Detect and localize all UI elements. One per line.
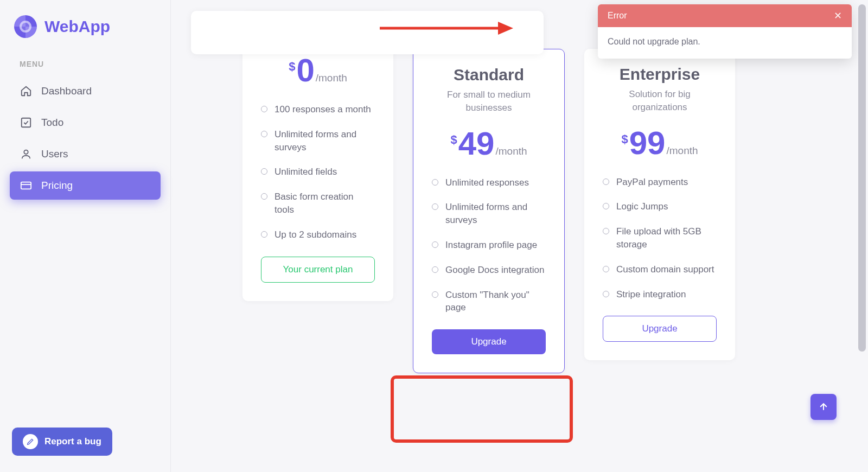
sidebar-item-dashboard[interactable]: Dashboard [10,77,161,105]
price-period: /month [495,145,527,157]
sidebar-item-todo[interactable]: Todo [10,109,161,137]
svg-rect-0 [22,118,31,127]
check-square-icon [20,116,33,129]
plan-price: $49/month [432,127,546,160]
feature-item: Stripe integration [603,288,717,301]
bullet-icon [432,291,438,298]
sidebar-item-users[interactable]: Users [10,140,161,168]
bullet-icon [603,291,609,297]
report-bug-button[interactable]: Report a bug [12,428,112,456]
plan-price: $0/month [261,54,375,87]
app-name: WebApp [44,17,110,36]
plan-price: $99/month [603,127,717,160]
feature-item: Up to 2 subdomains [261,228,375,241]
price-period: /month [666,145,698,156]
plan-card-enterprise: Enterprise Solution for big organization… [584,49,735,360]
home-icon [20,85,33,98]
bullet-icon [261,106,267,112]
feature-item: Custom domain support [603,263,717,276]
current-plan-button[interactable]: Your current plan [261,257,375,283]
sidebar: WebApp MENU Dashboard Todo Users Pricing [0,0,171,472]
feature-item: PayPal payments [603,176,717,189]
sidebar-item-pricing[interactable]: Pricing [10,171,161,200]
sidebar-item-label: Pricing [41,180,73,192]
upgrade-button[interactable]: Upgrade [603,316,717,342]
pricing-plans: A simple start for everyone $0/month 100… [171,0,868,395]
currency-symbol: $ [450,133,457,146]
sidebar-item-label: Users [41,148,68,160]
feature-item: File upload with 5GB storage [603,225,717,251]
bullet-icon [261,231,267,238]
bullet-icon [603,178,609,185]
svg-rect-2 [21,182,31,189]
plan-card-standard: Standard For small to medium businesses … [413,49,565,373]
toast-title: Error [608,11,627,21]
bullet-icon [603,203,609,209]
bullet-icon [432,179,438,186]
toast-message: Could not upgrade plan. [598,27,852,59]
sidebar-item-label: Todo [41,117,63,129]
plan-features: 100 responses a month Unlimited forms an… [261,103,375,241]
feature-item: Unlimited forms and surveys [261,128,375,154]
feature-item: Unlimited responses [432,176,546,189]
plan-title: Standard [432,66,546,84]
logo-icon [14,15,37,38]
pencil-icon [23,434,38,449]
feature-item: Google Docs integration [432,264,546,277]
toast-header: Error ✕ [598,4,852,27]
plan-tagline: Solution for big organizations [603,88,717,114]
error-toast: Error ✕ Could not upgrade plan. [598,4,852,59]
plan-title: Enterprise [603,65,717,84]
close-icon[interactable]: ✕ [834,10,842,22]
scroll-to-top-button[interactable] [810,394,837,420]
menu-label: MENU [10,60,161,68]
bullet-icon [432,266,438,273]
plan-card-free: A simple start for everyone $0/month 100… [242,11,393,301]
feature-item: 100 responses a month [261,103,375,116]
feature-item: Basic form creation tools [261,190,375,216]
main-content: A simple start for everyone $0/month 100… [171,0,868,472]
feature-item: Logic Jumps [603,200,717,213]
logo[interactable]: WebApp [10,15,161,38]
currency-symbol: $ [289,60,295,73]
report-bug-label: Report a bug [44,436,101,447]
bullet-icon [432,241,438,248]
feature-item: Instagram profile page [432,239,546,252]
credit-card-icon [20,179,33,192]
currency-symbol: $ [621,132,628,146]
price-amount: 99 [629,125,666,161]
sidebar-item-label: Dashboard [41,85,92,97]
bullet-icon [603,228,609,234]
bullet-icon [261,168,267,175]
plan-features: PayPal payments Logic Jumps File upload … [603,176,717,301]
bullet-icon [432,203,438,210]
svg-point-1 [24,150,28,154]
plan-tagline: For small to medium businesses [432,88,546,114]
user-icon [20,148,33,161]
bullet-icon [261,131,267,137]
feature-item: Custom "Thank you" page [432,289,546,315]
bullet-icon [603,266,609,272]
price-period: /month [316,72,347,84]
price-amount: 0 [296,52,314,88]
price-amount: 49 [458,125,495,162]
top-bar [191,11,544,54]
scrollbar[interactable] [858,4,866,352]
feature-item: Unlimited forms and surveys [432,201,546,227]
upgrade-button[interactable]: Upgrade [432,329,546,354]
arrow-up-icon [818,401,829,412]
bullet-icon [261,193,267,200]
feature-item: Unlimited fields [261,165,375,178]
plan-features: Unlimited responses Unlimited forms and … [432,176,546,315]
